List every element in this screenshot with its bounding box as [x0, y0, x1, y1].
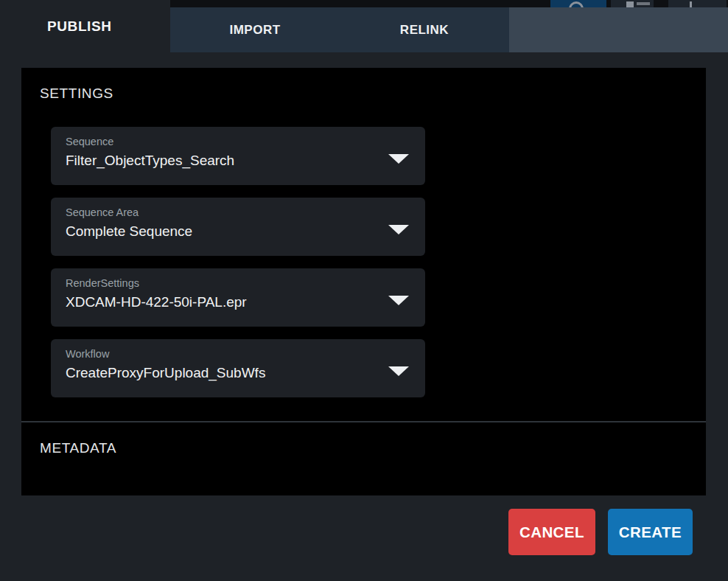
- chevron-down-icon: [388, 225, 409, 234]
- search-icon[interactable]: [550, 0, 606, 7]
- top-tab-bar: PUBLISH IMPORT RELINK: [0, 0, 728, 52]
- header-side-panel: [509, 7, 728, 52]
- render-settings-select[interactable]: RenderSettings XDCAM-HD-422-50i-PAL.epr: [51, 268, 425, 327]
- tab-publish[interactable]: PUBLISH: [0, 0, 170, 52]
- dialog-actions: CANCEL CREATE: [508, 509, 693, 555]
- sequence-area-value: Complete Sequence: [66, 223, 381, 240]
- chevron-down-icon: [388, 154, 409, 164]
- background-toolbar: [170, 0, 728, 7]
- plus-icon-glyph: [690, 1, 692, 7]
- metadata-heading: METADATA: [40, 440, 116, 456]
- list-icon[interactable]: [611, 0, 654, 7]
- publish-dialog: SETTINGS Sequence Filter_ObjectTypes_Sea…: [21, 68, 706, 495]
- tab-relink[interactable]: RELINK: [340, 7, 509, 52]
- plus-icon[interactable]: [668, 0, 727, 7]
- cancel-button[interactable]: CANCEL: [508, 509, 595, 555]
- workflow-value: CreateProxyForUpload_SubWfs: [66, 365, 381, 381]
- chevron-down-icon: [388, 296, 409, 305]
- tab-strip: IMPORT RELINK: [170, 7, 509, 52]
- render-settings-label: RenderSettings: [66, 277, 381, 289]
- workflow-select[interactable]: Workflow CreateProxyForUpload_SubWfs: [51, 339, 425, 397]
- tab-import[interactable]: IMPORT: [170, 7, 340, 52]
- sequence-label: Sequence: [66, 136, 381, 147]
- settings-heading: SETTINGS: [40, 86, 113, 102]
- sequence-value: Filter_ObjectTypes_Search: [66, 153, 381, 169]
- search-icon-glyph: [569, 1, 584, 7]
- sequence-area-label: Sequence Area: [66, 206, 381, 218]
- render-settings-value: XDCAM-HD-422-50i-PAL.epr: [66, 294, 381, 310]
- settings-field-list: Sequence Filter_ObjectTypes_Search Seque…: [51, 127, 425, 410]
- create-button[interactable]: CREATE: [608, 509, 693, 555]
- section-divider: [21, 421, 706, 422]
- list-icon-glyph: [637, 2, 650, 5]
- sequence-area-select[interactable]: Sequence Area Complete Sequence: [51, 198, 425, 256]
- list-icon-glyph: [626, 1, 634, 7]
- chevron-down-icon: [388, 366, 409, 376]
- sequence-select[interactable]: Sequence Filter_ObjectTypes_Search: [51, 127, 425, 185]
- workflow-label: Workflow: [66, 348, 381, 360]
